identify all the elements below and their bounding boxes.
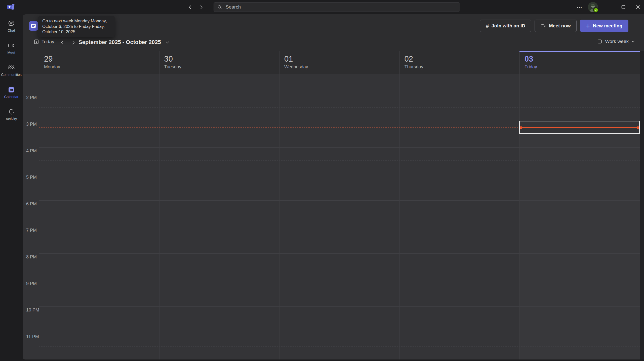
sidebar-item-meet[interactable]: Meet [0, 40, 23, 60]
nav-back-button[interactable] [187, 4, 194, 11]
header-bottom-divider [23, 74, 640, 74]
column-divider-line [39, 51, 39, 359]
time-label: 8 PM [26, 254, 37, 260]
more-options-button[interactable]: ••• [575, 4, 585, 11]
time-label: 2 PM [26, 95, 37, 100]
join-with-id-label: Join with an ID [492, 23, 525, 29]
column-divider-line [279, 51, 279, 359]
day-column-thursday[interactable] [400, 74, 520, 359]
new-meeting-button[interactable]: + New meeting [580, 20, 628, 32]
close-button[interactable] [632, 2, 643, 12]
current-time-indicator [39, 127, 519, 128]
day-name: Wednesday [284, 64, 399, 70]
next-week-tooltip: Go to next week Monday Monday, October 6… [38, 16, 115, 37]
half-hour-line [39, 240, 640, 240]
view-switcher-label: Work week [605, 39, 629, 44]
chat-bubble-icon [0, 19, 23, 28]
sidebar-item-label: Meet [0, 51, 23, 55]
day-header-monday[interactable]: 29Monday [39, 51, 159, 74]
current-time-indicator-solid [520, 127, 639, 128]
column-divider-line [159, 51, 159, 359]
day-header-tuesday[interactable]: 30Tuesday [160, 51, 279, 74]
day-column-wednesday[interactable] [279, 74, 399, 359]
sidebar-item-label: Communities [0, 73, 23, 77]
sidebar-item-activity[interactable]: Activity [0, 106, 23, 127]
chevron-down-icon [165, 40, 170, 44]
view-switcher-work-week[interactable]: Work week [597, 39, 635, 44]
column-divider-line [640, 51, 640, 359]
day-column-monday[interactable] [39, 74, 159, 359]
search-input[interactable] [225, 4, 456, 10]
calendar-grid: 2 PM3 PM4 PM5 PM6 PM7 PM8 PM9 PM10 PM11 … [0, 0, 644, 361]
hour-line [39, 200, 640, 201]
new-meeting-label: New meeting [593, 23, 622, 29]
week-view-icon [597, 39, 602, 44]
nav-forward-button[interactable] [198, 4, 205, 11]
half-hour-line [39, 293, 640, 293]
current-time-dot [520, 126, 522, 129]
hour-line [39, 306, 640, 307]
hour-line [39, 174, 640, 174]
hour-line [39, 227, 640, 227]
day-number: 02 [405, 54, 519, 64]
date-range-picker[interactable]: September 2025 - October 2025 [78, 39, 170, 46]
hour-line [39, 333, 640, 333]
day-name: Tuesday [164, 64, 279, 70]
window-title-bar: ••• [0, 0, 644, 14]
hour-line [39, 147, 640, 148]
day-column-tuesday[interactable] [159, 74, 279, 359]
meet-now-button[interactable]: Meet now [535, 20, 577, 32]
time-label: 6 PM [26, 201, 37, 207]
right-edge-gutter [640, 51, 644, 359]
half-hour-line [39, 320, 640, 320]
maximize-button[interactable] [618, 2, 629, 12]
half-hour-line [39, 160, 640, 161]
minimize-button[interactable] [603, 2, 614, 12]
time-label: 9 PM [26, 281, 37, 286]
sidebar-item-chat[interactable]: Chat [0, 18, 23, 38]
half-hour-line [39, 346, 640, 347]
time-label: 4 PM [26, 148, 37, 154]
day-header-thursday[interactable]: 02Thursday [400, 51, 519, 74]
hour-line [39, 94, 640, 94]
search-bar[interactable] [214, 2, 460, 12]
sidebar-item-label: Calendar [0, 95, 23, 99]
calendar-icon [0, 85, 23, 94]
column-divider-line [399, 51, 400, 359]
previous-week-button[interactable] [58, 39, 66, 46]
people-group-icon [0, 63, 23, 72]
half-hour-line [39, 107, 640, 108]
day-column-friday[interactable] [520, 74, 640, 359]
day-header-wednesday[interactable]: 01Wednesday [280, 51, 399, 74]
app-rail: Chat Meet Communities Calendar Activity [0, 14, 23, 361]
current-time-dot [637, 126, 639, 129]
today-accent-line [519, 51, 640, 52]
today-label: Today [42, 39, 54, 44]
day-number: 03 [525, 54, 639, 64]
day-header-friday[interactable]: 03Friday [520, 51, 639, 74]
bell-icon [0, 108, 23, 116]
date-range-label: September 2025 - October 2025 [78, 39, 161, 46]
hash-icon: # [486, 23, 489, 29]
join-with-id-button[interactable]: # Join with an ID [480, 20, 531, 32]
calendar-app-icon [29, 21, 38, 31]
day-name: Thursday [405, 64, 519, 70]
hour-line [39, 253, 640, 254]
time-label: 10 PM [26, 307, 39, 313]
calendar-action-buttons: # Join with an ID Meet now + New meeting [480, 20, 628, 32]
day-number: 29 [44, 54, 159, 64]
calendar-toolbar: Today September 2025 - October 2025 Work… [23, 35, 644, 51]
half-hour-line [39, 267, 640, 267]
video-camera-icon [540, 23, 546, 29]
today-button[interactable]: Today [33, 39, 54, 44]
sidebar-item-label: Activity [0, 117, 23, 121]
day-number: 30 [164, 54, 279, 64]
sidebar-item-communities[interactable]: Communities [0, 62, 23, 82]
half-hour-line [39, 187, 640, 187]
user-avatar[interactable] [588, 2, 598, 12]
next-week-button[interactable] [69, 39, 77, 46]
time-label: 7 PM [26, 228, 37, 233]
sidebar-item-calendar[interactable]: Calendar [0, 84, 23, 105]
day-number: 01 [284, 54, 399, 64]
time-label: 11 PM [26, 334, 39, 339]
